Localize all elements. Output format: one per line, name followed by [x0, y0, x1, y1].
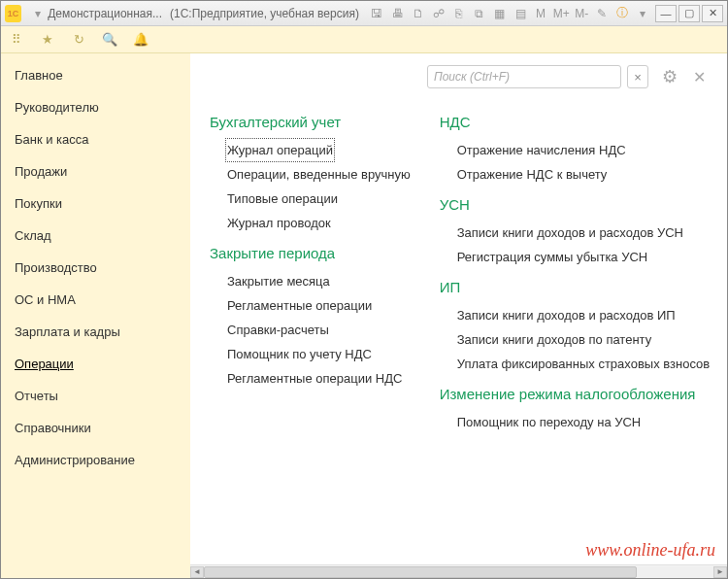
search-clear-button[interactable]: × [627, 65, 648, 88]
section-item[interactable]: Справки-расчеты [210, 318, 411, 342]
section-item[interactable]: Помощник по переходу на УСН [440, 410, 710, 434]
sidebar-item-9[interactable]: Операции [1, 348, 190, 380]
sidebar: ГлавноеРуководителюБанк и кассаПродажиПо… [1, 53, 190, 578]
section-title[interactable]: Закрытие периода [210, 245, 411, 261]
calendar-icon[interactable]: ▤ [512, 5, 528, 22]
sidebar-item-5[interactable]: Склад [1, 220, 190, 252]
section-item[interactable]: Типовые операции [210, 187, 411, 211]
m-minus-button[interactable]: M- [574, 5, 590, 22]
section-item[interactable]: Отражение НДС к вычету [440, 162, 710, 187]
bell-icon[interactable]: 🔔 [133, 32, 149, 48]
m-button[interactable]: M [533, 5, 549, 22]
preview-icon[interactable]: 🗋 [410, 5, 426, 22]
app-window: 1C ▾ Демонстрационная... (1С:Предприятие… [0, 0, 728, 579]
section-item[interactable]: Журнал операций [225, 138, 335, 162]
section-item[interactable]: Операции, введенные вручную [210, 162, 411, 187]
section-title[interactable]: ИП [440, 279, 710, 295]
section-item[interactable]: Уплата фиксированных страховых взносов [440, 352, 710, 376]
section-item[interactable]: Записи книги доходов и расходов ИП [440, 303, 710, 327]
chevron-down-icon[interactable]: ▾ [635, 5, 651, 22]
sidebar-item-0[interactable]: Главное [1, 59, 190, 91]
search-row: Поиск (Ctrl+F) × ⚙ ✕ [190, 53, 727, 96]
h-scrollbar[interactable]: ◄ ► [190, 564, 727, 578]
app-logo: 1C [5, 5, 21, 22]
search-placeholder: Поиск (Ctrl+F) [434, 70, 510, 84]
sidebar-item-4[interactable]: Покупки [1, 187, 190, 220]
watermark: www.online-ufa.ru [585, 540, 715, 561]
copy-icon[interactable]: ⎘ [450, 5, 467, 22]
section-title[interactable]: Бухгалтерский учет [210, 114, 411, 130]
section-title[interactable]: Изменение режима налогообложения [440, 386, 710, 402]
sidebar-item-8[interactable]: Зарплата и кадры [1, 316, 190, 348]
section-title[interactable]: НДС [440, 114, 710, 130]
sidebar-item-6[interactable]: Производство [1, 252, 190, 284]
panel-close-icon[interactable]: ✕ [693, 68, 706, 86]
scroll-left-button[interactable]: ◄ [190, 566, 204, 578]
sidebar-item-12[interactable]: Администрирование [1, 444, 190, 476]
sidebar-item-2[interactable]: Банк и касса [1, 123, 190, 155]
main-panel: Поиск (Ctrl+F) × ⚙ ✕ Бухгалтерский учетЖ… [190, 53, 727, 578]
close-button[interactable]: ✕ [702, 5, 723, 22]
search-icon[interactable]: 🔍 [102, 32, 117, 48]
sidebar-item-3[interactable]: Продажи [1, 155, 190, 187]
sidebar-item-11[interactable]: Справочники [1, 412, 190, 444]
maximize-button[interactable]: ▢ [678, 5, 700, 22]
scroll-track[interactable] [204, 566, 713, 578]
window-title-2: (1С:Предприятие, учебная версия) [170, 7, 359, 20]
toolbar: ⠿ ★ ↻ 🔍 🔔 [1, 26, 727, 53]
scroll-thumb[interactable] [204, 566, 637, 578]
compare-icon[interactable]: ⧉ [471, 5, 487, 22]
sidebar-item-10[interactable]: Отчеты [1, 380, 190, 412]
section-item[interactable]: Записи книги доходов и расходов УСН [440, 221, 710, 245]
m-plus-button[interactable]: M+ [553, 5, 570, 22]
print-icon[interactable]: 🖶 [389, 5, 406, 22]
body: ГлавноеРуководителюБанк и кассаПродажиПо… [1, 53, 727, 578]
section-item[interactable]: Регламентные операции НДС [210, 366, 411, 391]
calc-icon[interactable]: ▦ [491, 5, 508, 22]
history-icon[interactable]: ↻ [71, 32, 86, 48]
section-item[interactable]: Журнал проводок [210, 211, 411, 235]
column-right: НДСОтражение начисления НДСОтражение НДС… [440, 104, 710, 564]
content: Бухгалтерский учетЖурнал операцийОпераци… [190, 96, 727, 564]
gear-icon[interactable]: ⚙ [662, 66, 678, 87]
info-icon[interactable]: ⓘ [614, 5, 631, 22]
section-item[interactable]: Закрытие месяца [210, 269, 411, 293]
apps-icon[interactable]: ⠿ [9, 32, 24, 48]
save-icon[interactable]: 🖫 [369, 5, 385, 22]
minimize-button[interactable]: — [655, 5, 677, 22]
column-left: Бухгалтерский учетЖурнал операцийОпераци… [210, 104, 411, 564]
section-item[interactable]: Помощник по учету НДС [210, 342, 411, 366]
section-item[interactable]: Регистрация суммы убытка УСН [440, 245, 710, 269]
link-icon[interactable]: ☍ [430, 5, 447, 22]
section-item[interactable]: Отражение начисления НДС [440, 138, 710, 162]
section-item[interactable]: Регламентные операции [210, 293, 411, 318]
sidebar-item-7[interactable]: ОС и НМА [1, 284, 190, 316]
clip-icon[interactable]: ✎ [594, 5, 611, 22]
search-input[interactable]: Поиск (Ctrl+F) [427, 65, 621, 88]
dropdown-icon[interactable]: ▾ [29, 5, 46, 22]
titlebar: 1C ▾ Демонстрационная... (1С:Предприятие… [1, 1, 727, 26]
window-title-1: Демонстрационная... [48, 7, 162, 20]
scroll-right-button[interactable]: ► [713, 566, 727, 578]
sidebar-item-1[interactable]: Руководителю [1, 91, 190, 123]
star-icon[interactable]: ★ [40, 32, 55, 48]
section-title[interactable]: УСН [440, 196, 710, 213]
section-item[interactable]: Записи книги доходов по патенту [440, 327, 710, 352]
